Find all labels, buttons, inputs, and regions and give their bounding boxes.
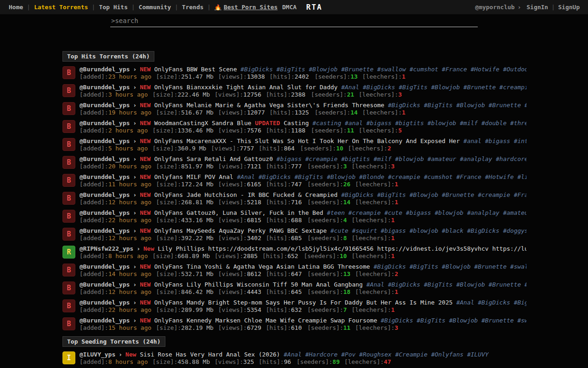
torrent-tags[interactable]: #BigDicks #BigTits #Blowjob #Brunette #s… bbox=[373, 263, 526, 270]
torrent-user[interactable]: @Burunddel_yps bbox=[79, 281, 130, 288]
torrent-row: I @ILUVY_yps›New Sisi Rose Has Very Hard… bbox=[62, 351, 526, 366]
user-avatar[interactable]: B bbox=[62, 138, 75, 151]
torrent-title[interactable]: Onlyfans MILF POV Anal bbox=[151, 173, 237, 180]
torrent-title[interactable]: OnlyFans Tina Yoshi & Agatha Vega Asian … bbox=[151, 263, 373, 270]
torrent-meta-line: [added]:8 hours ago[size]:458.88 Mb[view… bbox=[79, 358, 489, 366]
torrent-title[interactable]: OnlyFans Jade Hutchison - IR BBC Fucked … bbox=[151, 191, 341, 198]
torrent-user[interactable]: @Burunddel_yps bbox=[79, 66, 130, 73]
torrent-tags[interactable]: #BigDicks #BigTits #Blowjob #Brunette #c… bbox=[341, 191, 526, 198]
torrent-tags[interactable]: #bigass #creampie #bigtits #milf #blowjo… bbox=[277, 155, 526, 162]
torrent-tags[interactable]: #Anal #Hardcore #Pov #Roughsex #Creampie… bbox=[284, 351, 489, 358]
torrent-tags[interactable]: #Anal #BigDicks #BigTits #Blowjob #Blond… bbox=[237, 173, 526, 180]
torrent-title[interactable]: OnlyFans BBW Best Scene bbox=[151, 66, 241, 73]
user-avatar[interactable]: B bbox=[62, 282, 75, 294]
torrent-title[interactable]: OnlyFans Mandy Bright Step-mom Says Her … bbox=[151, 299, 456, 306]
nav-item-dmca[interactable]: DMCA bbox=[282, 4, 296, 11]
torrent-user[interactable]: @Burunddel_yps bbox=[79, 317, 130, 324]
torrent-meta-line: [added]:5 hours ago[size]:360.9 Mb[views… bbox=[79, 145, 526, 152]
torrent-row: B @Burunddel_yps›NEW Onlyfans MILF POV A… bbox=[62, 173, 526, 188]
search-prompt: > bbox=[111, 17, 115, 24]
meta-value-seeders: 3 bbox=[343, 163, 347, 170]
meta-label-leechers: [leechers]: bbox=[351, 306, 391, 313]
nav-item-top-hits[interactable]: Top Hits bbox=[99, 4, 128, 11]
nav-item-latest-torrents[interactable]: Latest Torrents bbox=[34, 4, 88, 11]
torrent-title[interactable]: OnlyFans Lily Phillips Wisconsin Tiff 50… bbox=[151, 281, 367, 288]
user-avatar[interactable]: B bbox=[62, 66, 75, 79]
torrent-user[interactable]: @Burunddel_yps bbox=[79, 84, 130, 91]
torrent-tags[interactable]: #BigDicks #BigTits #Blowjob #Brunette #s… bbox=[388, 102, 526, 109]
user-avatar[interactable]: B bbox=[62, 228, 75, 241]
signup-link[interactable]: SignUp bbox=[558, 4, 580, 11]
meta-label-hits: [hits]: bbox=[266, 288, 291, 295]
torrent-tags[interactable]: #Anal #BigDicks #BigTits … bbox=[456, 299, 526, 306]
new-badge: NEW bbox=[140, 66, 150, 73]
torrent-user[interactable]: @Burunddel_yps bbox=[79, 173, 130, 180]
torrent-title[interactable]: OnlyFans Kennedy Marksen Chloe Mae Wife … bbox=[151, 317, 381, 324]
torrent-title[interactable]: WoodmanCastingX Sandra Blue bbox=[151, 120, 255, 126]
meta-label-leechers: [leechers]: bbox=[351, 253, 391, 259]
chevron-right-icon: › bbox=[133, 317, 137, 324]
torrent-tags[interactable]: #Anal #BigDicks #BigTits #Blowjob #Brune… bbox=[367, 281, 527, 288]
user-avatar[interactable]: B bbox=[62, 156, 75, 169]
torrent-title[interactable]: OnlyFans MacarenaXXX - This Slut Was So … bbox=[151, 138, 464, 144]
torrent-user[interactable]: @ILUVY_yps bbox=[79, 351, 115, 358]
meta-value-views: 6729 bbox=[247, 324, 261, 331]
torrent-tags[interactable]: #BigDicks #BigTits #Blowjob #Brunette #s… bbox=[241, 66, 526, 73]
torrent-title[interactable]: Onlyfans Sara Retali And Gattouz0 bbox=[151, 155, 277, 162]
meta-label-views: [views]: bbox=[218, 163, 247, 170]
torrent-tags[interactable]: #casting #anal #bigass #bigtits #blowjob… bbox=[312, 120, 526, 126]
meta-label-leechers: [leechers]: bbox=[355, 270, 395, 277]
torrent-user[interactable]: @Burunddel_yps bbox=[79, 227, 130, 234]
torrent-user[interactable]: @Burunddel_yps bbox=[79, 299, 130, 306]
meta-value-views: 8612 bbox=[247, 270, 261, 277]
torrent-user[interactable]: @RIPNsfw222_yps bbox=[79, 245, 133, 252]
nav-item-community[interactable]: Community bbox=[139, 4, 171, 11]
search-input[interactable] bbox=[115, 17, 477, 24]
signin-link[interactable]: SignIn bbox=[526, 4, 548, 11]
torrent-user[interactable]: @Burunddel_yps bbox=[79, 138, 130, 144]
user-avatar[interactable]: B bbox=[62, 192, 75, 205]
user-avatar[interactable]: B bbox=[62, 174, 75, 187]
meta-label-size: [size]: bbox=[153, 145, 178, 152]
torrent-title[interactable]: OnlyFans Melanie Marie & Agatha Vega Sis… bbox=[151, 102, 388, 109]
torrent-row: B @Burunddel_yps›NEW Onlyfans Sara Retal… bbox=[62, 155, 526, 170]
user-avatar[interactable]: B bbox=[62, 317, 75, 330]
user-avatar[interactable]: B bbox=[62, 102, 75, 115]
torrent-user[interactable]: @Burunddel_yps bbox=[79, 120, 130, 126]
user-avatar[interactable]: B bbox=[62, 210, 75, 223]
torrent-tags[interactable]: #Anal #BigDicks #BigTits #Blowjob #Brune… bbox=[341, 84, 526, 91]
meta-value-views: 3402 bbox=[247, 235, 261, 242]
user-avatar[interactable]: I bbox=[62, 351, 75, 364]
torrent-tags[interactable]: #cute #squirt #bigass #blowjob #black #B… bbox=[330, 227, 526, 234]
torrent-tags[interactable]: #anal #bigass #interrac… bbox=[464, 138, 526, 144]
user-avatar[interactable]: B bbox=[62, 120, 75, 133]
torrent-user[interactable]: @Burunddel_yps bbox=[79, 263, 130, 270]
torrent-title[interactable]: Sisi Rose Has Very Hard Anal Sex (2026) bbox=[136, 351, 284, 358]
meta-label-leechers: [leechers]: bbox=[351, 235, 391, 242]
meta-value-hits: 610 bbox=[291, 324, 302, 331]
torrent-title[interactable]: Lily Phillips https://doodstream.com/e/l… bbox=[154, 245, 526, 252]
user-avatar[interactable]: R bbox=[62, 246, 75, 259]
meta-label-leechers: [leechers]: bbox=[344, 358, 384, 365]
nav-item-rta-logo[interactable]: RTA bbox=[306, 3, 322, 12]
torrent-tags[interactable]: #BigDicks #BigTits #Blowjob #Brunette #s… bbox=[381, 317, 526, 324]
nav-item-trends[interactable]: Trends bbox=[182, 4, 204, 11]
user-avatar[interactable]: B bbox=[62, 299, 75, 312]
meta-value-views: 13038 bbox=[247, 73, 265, 80]
user-avatar[interactable]: B bbox=[62, 264, 75, 276]
torrent-title[interactable]: Casting bbox=[280, 120, 312, 126]
torrent-user[interactable]: @Burunddel_yps bbox=[79, 191, 130, 198]
user-avatar[interactable]: B bbox=[62, 84, 75, 97]
meta-value-seeders: 18 bbox=[343, 288, 351, 295]
meta-label-size: [size]: bbox=[156, 73, 181, 80]
nav-item-best-porn-sites[interactable]: 🔥Best Porn Sites bbox=[215, 4, 277, 11]
torrent-title[interactable]: Onlyfans MaySeeds AquaZay Perky PAWG BBC… bbox=[151, 227, 330, 234]
meta-label-leechers: [leechers]: bbox=[355, 324, 395, 331]
torrent-user[interactable]: @Burunddel_yps bbox=[79, 155, 130, 162]
torrent-user[interactable]: @Burunddel_yps bbox=[79, 102, 130, 109]
torrent-tags[interactable]: #teen #creampie #cute #bigass #blowjob #… bbox=[327, 209, 526, 216]
torrent-title[interactable]: OnlyFans Gattouz0, Luna Silver, Fuck in … bbox=[151, 209, 327, 216]
torrent-title[interactable]: OnlyFans Bianxxxkie Tight Asian Anal Slu… bbox=[151, 84, 341, 91]
torrent-user[interactable]: @Burunddel_yps bbox=[79, 209, 130, 216]
nav-item-home[interactable]: Home bbox=[9, 4, 23, 11]
